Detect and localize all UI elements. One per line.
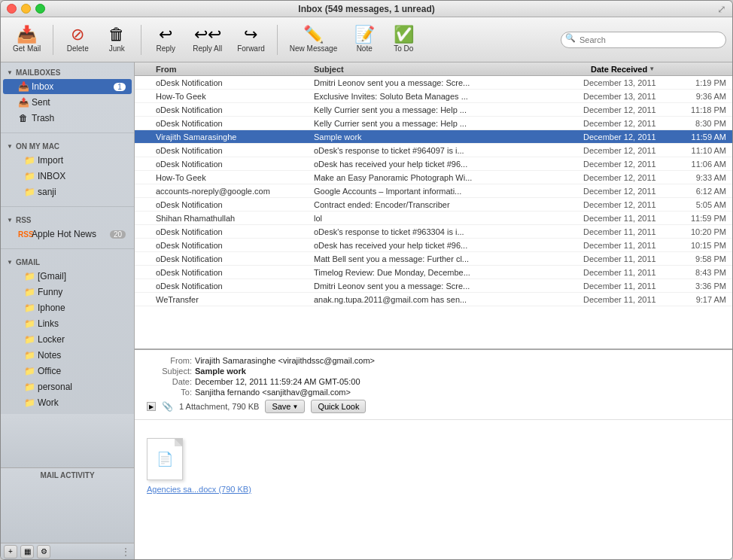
sidebar-item-locker[interactable]: 📁 Locker — [3, 332, 132, 347]
sidebar-item-notes[interactable]: 📁 Notes — [3, 348, 132, 363]
expand-attachment-button[interactable]: ▶ — [147, 402, 156, 411]
gmail-header[interactable]: ▼ GMAIL — [1, 255, 134, 268]
inbox-badge: 1 — [114, 83, 126, 91]
col-subject-label: Subject — [314, 65, 344, 74]
sidebar-item-iphone[interactable]: 📁 Iphone — [3, 300, 132, 315]
gmail-group-label: [Gmail] — [38, 271, 126, 282]
resize-handle[interactable]: ⋮ — [120, 546, 131, 558]
email-row[interactable]: accounts-noreply@google.com Google Accou… — [135, 184, 732, 198]
email-date: December 11, 2011 — [583, 214, 681, 223]
email-from: Virajith Samarasinghe — [156, 132, 314, 142]
subject-label: Subject: — [147, 367, 192, 376]
maximize-button[interactable] — [35, 4, 45, 14]
on-my-mac-section: ▼ ON MY MAC 📁 Import 📁 INBOX 📁 sanji — [1, 136, 134, 203]
email-from: How-To Geek — [156, 92, 314, 101]
email-subject: Dmitri Leonov sent you a message: Scre..… — [314, 78, 583, 87]
email-time: 1:19 PM — [681, 78, 726, 87]
search-input[interactable] — [561, 32, 726, 48]
email-row[interactable]: How-To Geek Make an Easy Panoramic Photo… — [135, 171, 732, 184]
sidebar-item-work[interactable]: 📁 Work — [3, 395, 132, 410]
sent-icon: 📤 — [18, 97, 29, 108]
minimize-button[interactable] — [21, 4, 31, 14]
email-row[interactable]: oDesk Notification Dmitri Leonov sent yo… — [135, 76, 732, 90]
rss-chevron: ▼ — [7, 217, 13, 224]
search-box — [561, 32, 726, 48]
email-row[interactable]: oDesk Notification oDesk's response to t… — [135, 225, 732, 239]
email-date: December 12, 2011 — [583, 187, 681, 196]
sidebar-item-inbox-mac[interactable]: 📁 INBOX — [3, 169, 132, 184]
email-date: December 12, 2011 — [583, 173, 681, 182]
to-do-button[interactable]: ✅ To Do — [385, 23, 421, 56]
work-label: Work — [38, 397, 126, 408]
to-label: To: — [147, 388, 192, 397]
email-row[interactable]: Shihan Rhamathullah lol December 11, 201… — [135, 212, 732, 225]
mailboxes-header[interactable]: ▼ MAILBOXES — [1, 65, 134, 78]
email-row[interactable]: How-To Geek Exclusive Invites: Soluto Be… — [135, 90, 732, 103]
email-time: 11:59 PM — [681, 214, 726, 223]
col-header-subject[interactable]: Subject — [314, 65, 591, 74]
junk-button[interactable]: 🗑 Junk — [99, 23, 135, 56]
email-date: December 13, 2011 — [583, 92, 681, 101]
email-subject: Kelly Currier sent you a message: Help .… — [314, 119, 583, 128]
on-my-mac-chevron: ▼ — [7, 143, 13, 150]
email-row[interactable]: oDesk Notification Matt Bell sent you a … — [135, 252, 732, 266]
email-row[interactable]: Virajith Samarasinghe Sample work Decemb… — [135, 130, 732, 144]
email-row[interactable]: oDesk Notification Contract ended: Encod… — [135, 198, 732, 212]
email-subject: oDesk has received your help ticket #96.… — [314, 241, 583, 250]
settings-button[interactable]: ⚙ — [37, 545, 50, 558]
email-row[interactable]: oDesk Notification Timelog Review: Due M… — [135, 266, 732, 279]
email-row[interactable]: oDesk Notification oDesk has received yo… — [135, 239, 732, 252]
sidebar-item-import[interactable]: 📁 Import — [3, 153, 132, 168]
email-row[interactable]: oDesk Notification Kelly Currier sent yo… — [135, 117, 732, 130]
col-header-from[interactable]: From — [156, 65, 314, 74]
rss-label: RSS — [16, 216, 32, 224]
to-value: Sanjitha fernando <sanjithav@gmail.com> — [195, 388, 351, 397]
preview-pane: From: Virajith Samarasinghe <virajithdss… — [135, 348, 732, 559]
email-subject: Google Accounts – Important informati... — [314, 187, 583, 196]
get-mail-icon: 📥 — [17, 26, 37, 43]
office-icon: 📁 — [24, 366, 35, 376]
sidebar-item-sanji[interactable]: 📁 sanji — [3, 184, 132, 199]
reply-all-button[interactable]: ↩↩ Reply All — [187, 23, 228, 56]
sidebar-item-trash[interactable]: 🗑 Trash — [3, 111, 132, 126]
quick-look-button[interactable]: Quick Look — [311, 400, 366, 413]
save-button[interactable]: Save ▼ — [265, 400, 305, 413]
email-row[interactable]: oDesk Notification Kelly Currier sent yo… — [135, 103, 732, 117]
sidebar-item-sent[interactable]: 📤 Sent — [3, 95, 132, 110]
reply-button[interactable]: ↩ Reply — [148, 23, 184, 56]
rss-header[interactable]: ▼ RSS — [1, 213, 134, 226]
email-time: 11:59 AM — [681, 132, 726, 142]
email-row[interactable]: oDesk Notification oDesk's response to t… — [135, 144, 732, 157]
delete-button[interactable]: ⊘ Delete — [59, 23, 96, 56]
note-label: Note — [357, 44, 373, 53]
note-button[interactable]: 📝 Note — [346, 23, 382, 56]
forward-button[interactable]: ↪ Forward — [231, 23, 271, 56]
sidebar-item-inbox[interactable]: 📥 Inbox 1 — [3, 79, 132, 94]
funny-label: Funny — [38, 287, 126, 297]
sidebar-item-personal[interactable]: 📁 personal — [3, 379, 132, 394]
sidebar-item-funny[interactable]: 📁 Funny — [3, 285, 132, 300]
work-icon: 📁 — [24, 397, 35, 408]
email-from: oDesk Notification — [156, 78, 314, 87]
email-row[interactable]: WeTransfer anak.ng.tupa.2011@gmail.com h… — [135, 293, 732, 306]
email-from: oDesk Notification — [156, 268, 314, 277]
email-time: 5:05 AM — [681, 200, 726, 209]
email-row[interactable]: oDesk Notification oDesk has received yo… — [135, 157, 732, 171]
add-mailbox-button[interactable]: + — [4, 545, 17, 558]
get-mail-button[interactable]: 📥 Get Mail — [7, 23, 47, 56]
sidebar-item-gmail-group[interactable]: 📁 [Gmail] — [3, 269, 132, 284]
manage-mailbox-button[interactable]: ▦ — [20, 545, 34, 558]
attachment-info: 1 Attachment, 790 KB — [179, 402, 259, 411]
sidebar-item-links[interactable]: 📁 Links — [3, 316, 132, 331]
email-row[interactable]: oDesk Notification Dmitri Leonov sent yo… — [135, 279, 732, 293]
email-time: 10:20 PM — [681, 227, 726, 236]
col-header-date[interactable]: Date Received ▼ — [591, 65, 726, 74]
new-message-button[interactable]: ✏️ New Message — [284, 23, 343, 56]
quick-look-label: Quick Look — [318, 402, 359, 411]
close-button[interactable] — [7, 4, 17, 14]
on-my-mac-header[interactable]: ▼ ON MY MAC — [1, 139, 134, 152]
iphone-label: Iphone — [38, 303, 126, 313]
sidebar-item-apple-hot-news[interactable]: RSS Apple Hot News 20 — [3, 227, 132, 242]
sidebar-item-office[interactable]: 📁 Office — [3, 364, 132, 379]
file-name[interactable]: Agencies sa...docx (790 KB) — [147, 485, 251, 494]
